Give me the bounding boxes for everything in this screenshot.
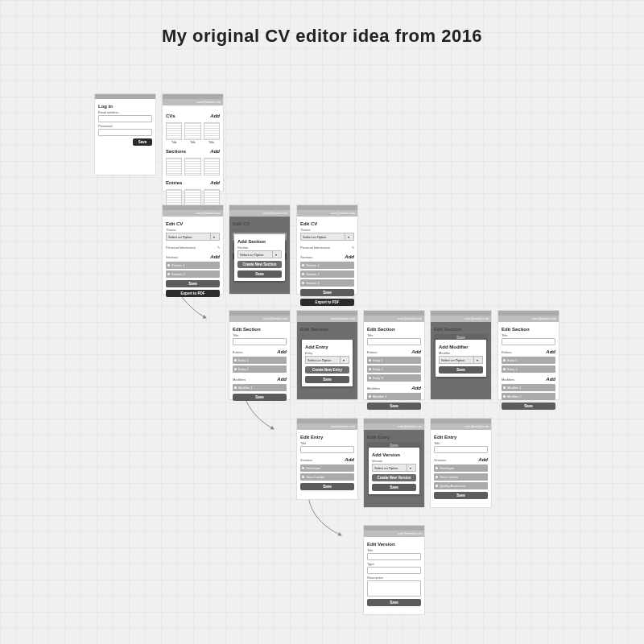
- list-item[interactable]: Modifier 1: [502, 384, 555, 391]
- title-field[interactable]: [434, 446, 488, 453]
- add-section-button[interactable]: Add: [210, 149, 220, 154]
- add-cv-button[interactable]: Add: [210, 114, 220, 118]
- save-button[interactable]: Save: [133, 138, 152, 146]
- sections-label: Sections: [166, 255, 178, 259]
- list-item[interactable]: Section 2: [300, 270, 354, 278]
- list-item[interactable]: Modifier 1: [233, 384, 287, 391]
- export-button[interactable]: Export to PDF: [166, 290, 220, 297]
- screen-edit-section-add-entry: user@email.com Edit Section Title Save A…: [297, 311, 357, 399]
- save-button[interactable]: Save: [434, 492, 488, 499]
- create-version-button[interactable]: Create New Version: [372, 474, 416, 481]
- list-item[interactable]: Developer: [300, 464, 354, 472]
- list-item[interactable]: Section 1: [166, 262, 220, 269]
- add-modifier-button[interactable]: Add: [546, 377, 555, 382]
- personal-info-link[interactable]: ✎: [217, 246, 220, 250]
- list-item[interactable]: Section 1: [300, 262, 354, 269]
- add-entry-button[interactable]: Add: [210, 180, 220, 185]
- theme-label: Theme: [166, 228, 220, 232]
- title-field[interactable]: [502, 338, 555, 345]
- save-button[interactable]: Save: [372, 484, 416, 491]
- edit-cv-heading: Edit CV: [166, 221, 220, 226]
- list-item[interactable]: Quality Assurance: [434, 482, 488, 489]
- entries-heading: Entries: [166, 180, 182, 185]
- save-button[interactable]: Save: [367, 402, 421, 410]
- add-version-modal: Add Version Version Select an Option▾ Cr…: [369, 448, 419, 494]
- add-entry-button[interactable]: Add: [277, 349, 287, 354]
- list-item[interactable]: Section 3: [300, 279, 354, 287]
- cvs-heading: CVs: [166, 114, 175, 118]
- add-modifier-button[interactable]: Add: [411, 386, 421, 390]
- list-item[interactable]: Entry 2: [367, 365, 421, 373]
- add-version-button[interactable]: Add: [345, 457, 354, 462]
- user-email[interactable]: user@email.com: [297, 210, 357, 217]
- save-button[interactable]: Save: [305, 376, 349, 383]
- version-select[interactable]: Select an Option▾: [372, 464, 416, 472]
- add-entry-button[interactable]: Add: [411, 349, 421, 354]
- list-item[interactable]: Modifier 2: [502, 393, 555, 400]
- email-field[interactable]: [98, 115, 152, 122]
- entry-select[interactable]: Select an Option▾: [305, 356, 349, 364]
- save-button[interactable]: Save: [166, 280, 220, 287]
- list-item[interactable]: Entry 1: [233, 357, 287, 364]
- screen-edit-section-add-modifier: user@email.com Edit Section Save Add Mod…: [431, 311, 491, 399]
- add-section-button[interactable]: Add: [210, 254, 220, 259]
- chevron-down-icon: ▾: [345, 233, 352, 240]
- list-item[interactable]: Team Leader: [300, 473, 354, 481]
- type-field[interactable]: [367, 567, 421, 574]
- page-title: My original CV editor idea from 2016: [0, 26, 644, 47]
- chevron-down-icon: ▾: [210, 233, 217, 240]
- list-item[interactable]: Entry 2: [502, 365, 555, 373]
- description-textarea[interactable]: [367, 580, 421, 597]
- screen-edit-cv-modal: user@email.com Edit CV Theme Select an O…: [229, 205, 290, 294]
- screen-edit-entry-3: user@email.com Edit Entry Title Versions…: [431, 419, 491, 507]
- chevron-down-icon: ▾: [407, 464, 414, 471]
- save-button[interactable]: Save: [502, 402, 555, 410]
- list-item[interactable]: Entry 2: [233, 365, 287, 373]
- title-field[interactable]: [367, 338, 421, 345]
- screen-edit-entry-1: user@email.com Edit Entry Title Versions…: [297, 419, 357, 499]
- modal-select[interactable]: Select an Option▾: [237, 250, 282, 258]
- chevron-down-icon: ▾: [272, 251, 279, 258]
- add-version-button[interactable]: Add: [478, 457, 488, 462]
- screen-edit-entry-add-version: user@email.com Edit Entry Save Add Versi…: [364, 419, 424, 507]
- add-modifier-button[interactable]: Add: [277, 377, 287, 382]
- create-section-button[interactable]: Create New Section: [237, 261, 282, 268]
- save-button[interactable]: Save: [367, 599, 421, 606]
- personal-info-link[interactable]: ✎: [352, 246, 354, 250]
- section-tiles[interactable]: [166, 158, 220, 175]
- export-button[interactable]: Export to PDF: [300, 299, 354, 306]
- entry-tiles[interactable]: [166, 189, 220, 207]
- theme-select[interactable]: Select an Option▾: [166, 233, 220, 241]
- list-item[interactable]: Developer: [434, 464, 488, 472]
- list-item[interactable]: Section 2: [166, 270, 220, 278]
- user-email[interactable]: user@email.com: [163, 99, 223, 105]
- user-email[interactable]: user@email.com: [163, 210, 223, 217]
- title-field[interactable]: [367, 553, 421, 560]
- password-label: Password: [98, 124, 152, 128]
- add-section-button[interactable]: Add: [345, 254, 354, 259]
- save-button[interactable]: Save: [300, 289, 354, 296]
- title-field[interactable]: [233, 338, 287, 345]
- save-button[interactable]: Save: [300, 483, 354, 490]
- modal-heading: Add Section: [237, 239, 282, 244]
- edit-cv-heading: Edit CV: [233, 221, 287, 226]
- add-entry-button[interactable]: Add: [546, 349, 555, 354]
- list-item[interactable]: Entry 1: [502, 357, 555, 364]
- cv-tiles[interactable]: [166, 122, 220, 140]
- create-entry-button[interactable]: Create New Entry: [305, 366, 349, 374]
- list-item[interactable]: Entry 3: [367, 374, 421, 382]
- save-button[interactable]: Save: [233, 394, 287, 401]
- list-item[interactable]: Team Leader: [434, 473, 488, 481]
- list-item[interactable]: Entry 1: [367, 357, 421, 364]
- title-field[interactable]: [300, 446, 354, 453]
- theme-select[interactable]: Select an Option▾: [300, 233, 354, 241]
- modifier-select[interactable]: Select an Option▾: [439, 356, 483, 364]
- sections-heading: Sections: [166, 149, 186, 154]
- screen-login: Log in Email address Password Save: [95, 94, 155, 175]
- list-item[interactable]: Modifier 1: [367, 393, 421, 400]
- save-button[interactable]: Save: [439, 366, 483, 374]
- password-field[interactable]: [98, 129, 152, 136]
- save-button[interactable]: Save: [237, 270, 282, 278]
- screen-edit-cv: user@email.com Edit CV Theme Select an O…: [163, 205, 223, 294]
- user-email[interactable]: user@email.com: [229, 210, 290, 217]
